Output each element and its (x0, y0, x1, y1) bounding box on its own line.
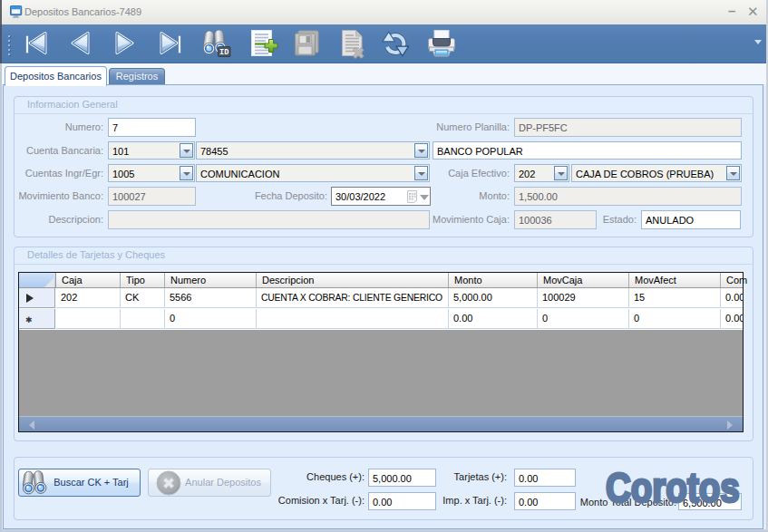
svg-text:ID: ID (219, 48, 228, 57)
